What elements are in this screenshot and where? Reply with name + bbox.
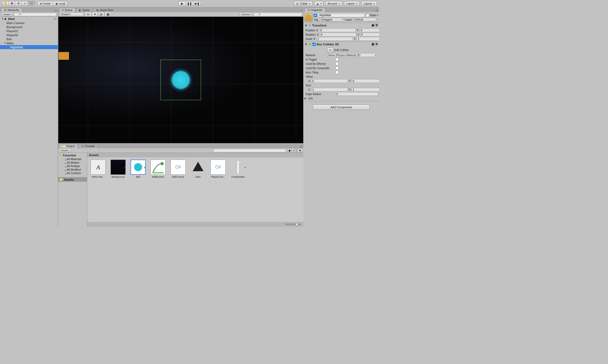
- inspector-panel-menu[interactable]: ▪≡: [376, 9, 379, 12]
- rotate-tool[interactable]: ⟲: [15, 1, 22, 6]
- move-tool[interactable]: ✥: [9, 1, 15, 6]
- boxcollider-enable-checkbox[interactable]: [312, 43, 316, 46]
- project-panel-menu[interactable]: ▪≡: [300, 145, 303, 148]
- is-trigger-checkbox[interactable]: [335, 58, 339, 61]
- hierarchy-item-rightwall[interactable]: RightWall: [0, 45, 58, 49]
- offset-y-input[interactable]: [352, 79, 379, 83]
- offset-x-input[interactable]: [311, 79, 348, 83]
- expand-icon[interactable]: ▶: [305, 97, 307, 100]
- pivot-local-button[interactable]: ◉Local: [53, 1, 68, 6]
- gear-icon[interactable]: ⚙: [375, 42, 378, 46]
- object-picker-icon[interactable]: ⊙: [375, 54, 377, 57]
- tab-game[interactable]: ◐Game: [76, 8, 93, 12]
- rotation-x-input[interactable]: [320, 33, 356, 36]
- hierarchy-scene[interactable]: ▼◈Main▾≡: [0, 17, 58, 21]
- favorite-all-models[interactable]: 🔍All Models: [58, 161, 87, 164]
- play-button[interactable]: ▶: [178, 1, 186, 6]
- project-create-dropdown[interactable]: Create: [59, 149, 71, 152]
- hierarchy-create-dropdown[interactable]: Create: [1, 12, 13, 16]
- asset-playercontrol[interactable]: C#PlayerCont...: [209, 160, 227, 178]
- tab-inspector[interactable]: ⓘInspector: [305, 8, 325, 12]
- filter-type-button[interactable]: ◆: [287, 149, 292, 152]
- account-dropdown[interactable]: Account: [325, 1, 342, 6]
- boxcollider-header[interactable]: ▼ ▦ Box Collider 2D ▣ ⚙: [303, 42, 379, 46]
- mode-2d-toggle[interactable]: 2D: [85, 12, 91, 17]
- scene-search-input[interactable]: [253, 13, 302, 16]
- hierarchy-item-camera[interactable]: Main Camera: [0, 21, 58, 25]
- favorite-button[interactable]: ★: [298, 149, 302, 152]
- hierarchy-panel-menu[interactable]: ▪≡: [55, 9, 58, 12]
- favorite-all-materials[interactable]: 🔍All Materials: [58, 157, 87, 161]
- position-x-input[interactable]: [319, 28, 356, 32]
- size-y-input[interactable]: [352, 88, 379, 92]
- thumbnail-size-slider[interactable]: [285, 224, 301, 225]
- edit-collider-button[interactable]: ✎: [327, 48, 333, 52]
- gameobject-icon[interactable]: [305, 14, 313, 22]
- hand-tool[interactable]: ✋: [2, 1, 9, 6]
- add-component-button[interactable]: Add Component: [313, 105, 370, 110]
- edge-radius-input[interactable]: [335, 92, 378, 96]
- transform-header[interactable]: ▼ ⬌ Transform ▣ ⚙: [303, 23, 379, 28]
- used-by-composite-checkbox[interactable]: [335, 66, 339, 70]
- asset-font[interactable]: A6809 char...: [89, 160, 107, 178]
- fx-toggle[interactable]: ▦: [105, 12, 111, 17]
- asset-pongpaddle[interactable]: ▸PongPaddle: [229, 160, 247, 178]
- asset-ballbounce[interactable]: BallBounce: [149, 160, 167, 178]
- position-y-input[interactable]: [360, 28, 379, 32]
- pause-button[interactable]: ❚❚: [186, 1, 193, 6]
- favorite-all-conflicted[interactable]: 🔍All Conflicte: [58, 171, 87, 175]
- gizmos-dropdown[interactable]: Gizmos: [240, 12, 252, 16]
- favorites-header[interactable]: ★Favorites: [58, 153, 87, 157]
- step-button[interactable]: ▶❚: [193, 1, 201, 6]
- scene-menu-icon[interactable]: ▾≡: [54, 18, 57, 20]
- hierarchy-item-ball[interactable]: Ball: [0, 37, 58, 41]
- assets-folder[interactable]: 📁Assets: [58, 177, 87, 182]
- asset-ball[interactable]: ▸Ball: [129, 160, 147, 178]
- static-toggle[interactable]: Static▾: [366, 14, 378, 17]
- tab-asset-store[interactable]: 🛍Asset Store: [93, 8, 117, 12]
- cloud-button[interactable]: ☁: [314, 1, 323, 6]
- gameobject-active-checkbox[interactable]: [314, 14, 317, 17]
- asset-background[interactable]: ▸Background: [109, 160, 127, 178]
- tab-console[interactable]: ▢Console: [78, 144, 98, 148]
- hierarchy-search-input[interactable]: [14, 13, 57, 16]
- gear-icon[interactable]: ⚙: [375, 23, 378, 27]
- scene-panel-menu[interactable]: ≡: [301, 9, 303, 12]
- tab-hierarchy[interactable]: ☰Hierarchy: [1, 8, 22, 12]
- scale-x-input[interactable]: [316, 37, 353, 41]
- light-toggle[interactable]: ☀: [92, 12, 98, 17]
- scene-viewport[interactable]: [58, 17, 303, 143]
- project-search-input[interactable]: [213, 149, 286, 152]
- gameobject-name-input[interactable]: [318, 13, 365, 17]
- hierarchy-list[interactable]: ▼◈Main▾≡ Main Camera Background Player01…: [0, 17, 58, 227]
- help-icon[interactable]: ▣: [372, 42, 374, 46]
- pivot-center-button[interactable]: ⊕Center: [37, 1, 53, 6]
- rotation-y-input[interactable]: [360, 33, 379, 36]
- audio-toggle[interactable]: 🔊: [99, 12, 104, 17]
- layer-dropdown[interactable]: Default: [353, 18, 378, 22]
- scale-tool[interactable]: ⤢: [22, 1, 28, 6]
- favorite-all-prefabs[interactable]: 🔍All Prefabs: [58, 164, 87, 168]
- asset-main-scene[interactable]: Main: [189, 160, 207, 178]
- shading-dropdown[interactable]: Shaded: [59, 12, 84, 16]
- rect-tool[interactable]: ▭: [28, 1, 35, 6]
- used-by-effector-checkbox[interactable]: [335, 62, 339, 65]
- asset-ballcontrol[interactable]: C#BallControl: [169, 160, 187, 178]
- auto-tiling-checkbox[interactable]: [335, 71, 339, 74]
- size-x-input[interactable]: [311, 88, 348, 92]
- layout-dropdown[interactable]: Layout: [361, 1, 377, 6]
- layers-dropdown[interactable]: Layers: [344, 1, 360, 6]
- hierarchy-item-background[interactable]: Background: [0, 25, 58, 29]
- hierarchy-item-player02[interactable]: Player02: [0, 33, 58, 37]
- tab-project[interactable]: 📁Project: [59, 144, 78, 148]
- scale-y-input[interactable]: [357, 37, 379, 41]
- hierarchy-item-player01[interactable]: Player01: [0, 29, 58, 33]
- favorite-all-modified[interactable]: 🔍All Modified: [58, 168, 87, 171]
- material-field[interactable]: None (Physics Material 2D⊙: [327, 53, 378, 57]
- collab-dropdown[interactable]: ◎Collab: [294, 1, 312, 6]
- tag-dropdown[interactable]: Untagged: [319, 18, 344, 22]
- filter-label-button[interactable]: 🏷: [293, 149, 297, 152]
- breadcrumb[interactable]: Assets: [87, 153, 303, 157]
- hierarchy-item-walls[interactable]: ▼Walls: [0, 41, 58, 45]
- help-icon[interactable]: ▣: [372, 23, 374, 27]
